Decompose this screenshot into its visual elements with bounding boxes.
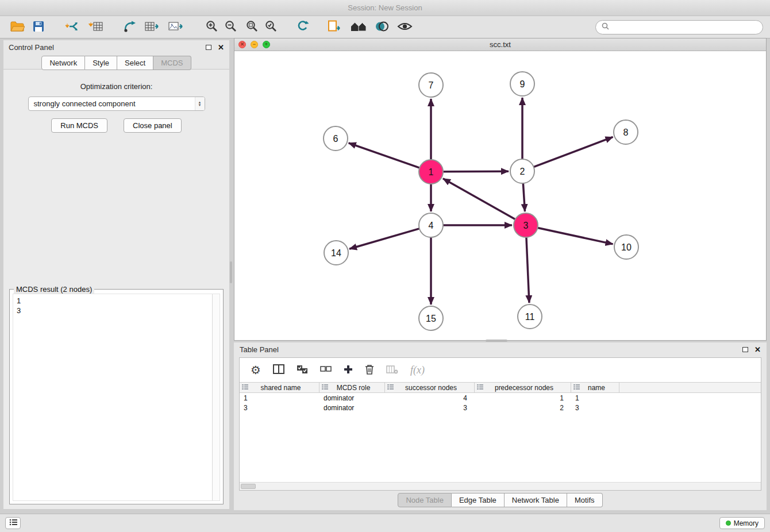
show-hide-button[interactable] <box>396 18 414 36</box>
save-session-button[interactable] <box>32 18 45 36</box>
mcds-result-group: MCDS result (2 nodes) 13 <box>9 289 224 504</box>
deselect-all-rows-button[interactable] <box>320 365 332 376</box>
memory-label: Memory <box>734 519 759 527</box>
maximize-window-icon[interactable]: + <box>263 41 270 48</box>
graph-edge-1-6[interactable] <box>349 143 420 168</box>
minimize-window-icon[interactable]: − <box>251 41 258 48</box>
tab-network[interactable]: Network <box>41 56 85 70</box>
edge-layer <box>349 98 613 304</box>
export-image-icon <box>168 21 184 34</box>
graph-edge-1-2[interactable] <box>443 171 509 172</box>
memory-button[interactable]: Memory <box>719 517 765 529</box>
table-cell: 3 <box>571 404 619 412</box>
graph-edge-3-11[interactable] <box>526 237 529 303</box>
table-panel: Table Panel ✕ ⚙ f(x) shared name MCDS ro… <box>234 342 767 510</box>
tab-edge-table[interactable]: Edge Table <box>452 493 505 507</box>
table-cell: 4 <box>385 394 475 402</box>
network-window-titlebar: scc.txt ✕ − + <box>234 38 766 51</box>
zoom-fit-icon <box>246 20 258 34</box>
tab-network-table[interactable]: Network Table <box>505 493 567 507</box>
vertical-splitter-handle[interactable] <box>230 261 232 283</box>
network-view-window: scc.txt ✕ − + 7968124314101511 <box>234 38 767 341</box>
graph-edge-2-3[interactable] <box>523 183 525 211</box>
graph-edge-3-1[interactable] <box>443 179 515 219</box>
column-header-name[interactable]: name <box>571 383 619 392</box>
column-header-mcds-role[interactable]: MCDS role <box>319 383 385 392</box>
search-input[interactable] <box>613 23 757 32</box>
graph-node-label: 1 <box>429 167 434 177</box>
zoom-in-icon <box>206 20 218 34</box>
table-cell: 3 <box>385 404 475 412</box>
control-panel: Control Panel ✕ Network Style Select MCD… <box>3 40 229 509</box>
table-settings-button[interactable]: ⚙ <box>251 364 261 376</box>
delete-column-button[interactable] <box>365 364 374 376</box>
add-column-button[interactable] <box>344 365 353 376</box>
graph-node-label: 8 <box>623 128 629 137</box>
curved-arrow-network-icon <box>123 21 138 34</box>
graph-edge-4-14[interactable] <box>349 229 419 249</box>
close-panel-button[interactable]: Close panel <box>124 118 182 133</box>
graph-edge-2-8[interactable] <box>534 137 613 167</box>
mcds-result-line: 1 <box>17 296 209 306</box>
table-horizontal-scrollbar[interactable] <box>240 482 761 490</box>
table-row[interactable]: 3dominator323 <box>240 403 761 413</box>
search-field[interactable] <box>595 20 763 34</box>
export-table-button[interactable] <box>144 18 161 36</box>
select-all-rows-button[interactable] <box>297 365 308 376</box>
open-session-button[interactable] <box>9 18 26 36</box>
run-mcds-button[interactable]: Run MCDS <box>51 118 107 133</box>
refresh-view-button[interactable] <box>295 18 310 36</box>
tab-node-table[interactable]: Node Table <box>398 493 452 507</box>
column-header-shared-name[interactable]: shared name <box>240 383 319 392</box>
tab-style[interactable]: Style <box>85 56 117 70</box>
float-panel-icon[interactable] <box>206 45 211 50</box>
document-share-icon <box>328 20 342 34</box>
zoom-in-button[interactable] <box>205 18 219 36</box>
show-columns-button[interactable] <box>273 364 284 376</box>
network-canvas[interactable]: 7968124314101511 <box>234 52 766 341</box>
result-scrollbar[interactable] <box>212 294 220 500</box>
zoom-fit-button[interactable] <box>245 18 259 36</box>
import-network-button[interactable] <box>63 18 80 36</box>
table-cell: 1 <box>571 394 619 402</box>
graph-edge-3-10[interactable] <box>538 228 613 244</box>
import-table-button[interactable] <box>87 18 105 36</box>
close-table-panel-icon[interactable]: ✕ <box>754 346 761 353</box>
scrollbar-thumb[interactable] <box>241 484 256 489</box>
table-panel-content: ⚙ f(x) shared name MCDS role successor n… <box>239 357 761 491</box>
graph-node-label: 6 <box>333 134 338 144</box>
venn-icon <box>375 21 389 34</box>
close-panel-icon[interactable]: ✕ <box>218 44 224 51</box>
show-panel-list-button[interactable] <box>5 517 21 529</box>
zoom-out-icon <box>225 20 237 34</box>
table-cell: dominator <box>319 404 385 412</box>
close-window-icon[interactable]: ✕ <box>238 41 246 48</box>
criterion-select[interactable]: strongly connected component ▲▼ <box>28 97 205 111</box>
style-preview-button[interactable] <box>374 18 390 36</box>
column-header-predecessor-nodes[interactable]: predecessor nodes <box>475 383 571 392</box>
zoom-selected-button[interactable] <box>264 18 278 36</box>
export-table-icon <box>145 21 160 34</box>
mcds-result-title: MCDS result (2 nodes) <box>14 285 94 294</box>
copy-view-button[interactable] <box>326 18 343 36</box>
table-row[interactable]: 1dominator411 <box>240 393 761 403</box>
float-table-panel-icon[interactable] <box>742 347 748 352</box>
zoom-out-button[interactable] <box>224 18 238 36</box>
first-neighbors-button[interactable] <box>349 18 369 36</box>
clone-network-button[interactable] <box>122 18 139 36</box>
memory-status-icon <box>726 521 731 526</box>
mcds-panel-body: Optimization criterion: strongly connect… <box>3 69 229 509</box>
table-cell: 3 <box>240 404 319 412</box>
graph-node-label: 14 <box>331 248 341 258</box>
tab-mcds[interactable]: MCDS <box>153 56 191 70</box>
control-panel-tabs: Network Style Select MCDS <box>3 56 229 70</box>
column-header-successor-nodes[interactable]: successor nodes <box>385 383 475 392</box>
optimization-criterion-label: Optimization criterion: <box>3 82 229 91</box>
horizontal-splitter-handle[interactable] <box>486 340 507 342</box>
open-folder-icon <box>10 21 25 34</box>
tab-motifs[interactable]: Motifs <box>567 493 603 507</box>
column-menu-icon <box>387 384 394 392</box>
tab-select[interactable]: Select <box>117 56 153 70</box>
select-stepper-icon: ▲▼ <box>195 97 205 110</box>
export-image-button[interactable] <box>167 18 185 36</box>
